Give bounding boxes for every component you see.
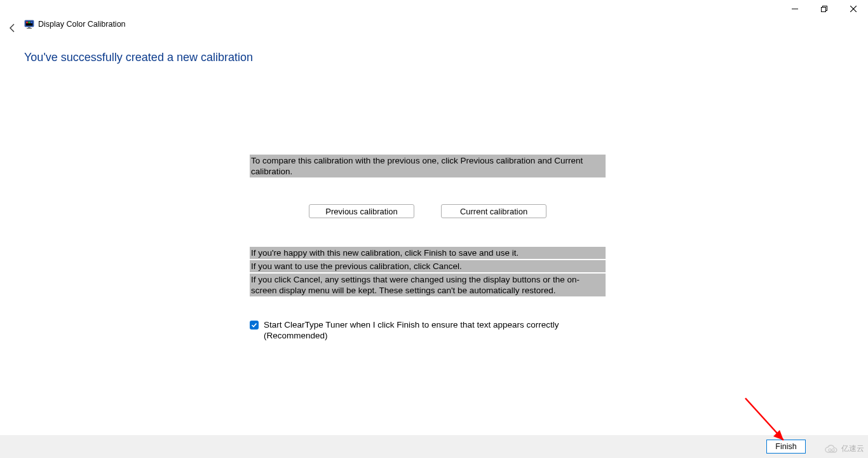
svg-line-12: [745, 398, 783, 440]
svg-rect-11: [27, 28, 32, 29]
close-button[interactable]: [839, 0, 868, 18]
cleartype-label: Start ClearType Tuner when I click Finis…: [264, 319, 606, 341]
window-controls: [780, 0, 868, 18]
cancel-warning: If you click Cancel, any settings that w…: [250, 274, 606, 296]
compare-instruction: To compare this calibration with the pre…: [250, 155, 606, 177]
svg-rect-7: [26, 22, 28, 24]
back-button[interactable]: [5, 20, 20, 36]
finish-instruction: If you're happy with this new calibratio…: [250, 247, 606, 259]
svg-rect-9: [31, 22, 32, 24]
app-header: Display Color Calibration: [24, 19, 126, 29]
monitor-icon: [24, 19, 34, 29]
main-content: To compare this calibration with the pre…: [250, 155, 606, 341]
cancel-instruction: If you want to use the previous calibrat…: [250, 260, 606, 272]
current-calibration-button[interactable]: Current calibration: [441, 204, 546, 218]
cleartype-option: Start ClearType Tuner when I click Finis…: [250, 319, 606, 341]
maximize-button[interactable]: [810, 0, 839, 18]
footer-bar: Finish: [0, 435, 868, 458]
svg-rect-2: [822, 8, 826, 12]
finish-button[interactable]: Finish: [766, 440, 806, 454]
cleartype-checkbox[interactable]: [250, 321, 259, 330]
minimize-button[interactable]: [780, 0, 810, 18]
previous-calibration-button[interactable]: Previous calibration: [309, 204, 414, 218]
svg-rect-8: [29, 22, 31, 24]
app-title: Display Color Calibration: [38, 20, 126, 29]
page-heading: You've successfully created a new calibr…: [24, 51, 253, 64]
svg-rect-10: [28, 27, 31, 29]
calibration-button-row: Previous calibration Current calibration: [250, 204, 606, 218]
